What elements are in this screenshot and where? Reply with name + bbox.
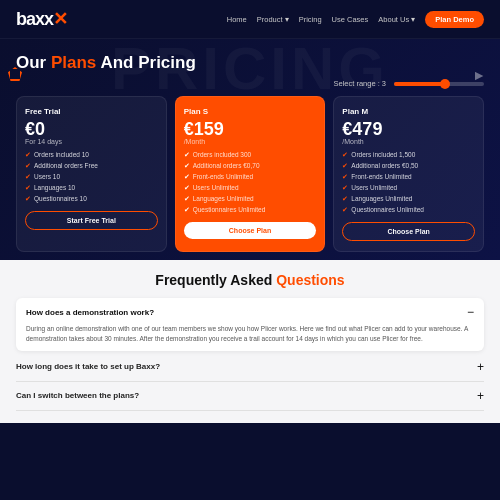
- list-item: ✔Questionnaires 10: [25, 195, 158, 203]
- check-icon: ✔: [184, 173, 190, 181]
- list-item: ✔Users 10: [25, 173, 158, 181]
- check-icon: ✔: [25, 162, 31, 170]
- nav-home[interactable]: Home: [227, 15, 247, 24]
- check-icon: ✔: [184, 184, 190, 192]
- logo: baxx✕: [16, 8, 67, 30]
- faq-question-3: Can I switch between the plans?: [16, 391, 139, 400]
- card-m-price: €479: [342, 120, 475, 138]
- list-item: ✔Users Unlimited: [184, 184, 317, 192]
- list-item: ✔Questionnaires Unlimited: [184, 206, 317, 214]
- card-s-price: €159: [184, 120, 317, 138]
- list-item: ✔Additional orders €0,50: [342, 162, 475, 170]
- page-title: Our Plans And Pricing: [16, 49, 484, 73]
- faq-answer-1: During an online demonstration with one …: [26, 324, 474, 344]
- nav-product[interactable]: Product ▾: [257, 15, 289, 24]
- card-plan-s: Plan S €159 /Month ✔Orders included 300 …: [175, 96, 326, 252]
- faq-toggle-1[interactable]: −: [467, 305, 474, 319]
- faq-toggle-2[interactable]: +: [477, 360, 484, 374]
- list-item: ✔Front-ends Unlimited: [342, 173, 475, 181]
- faq-item-2: How long does it take to set up Baxx? +: [16, 353, 484, 382]
- faq-question-1: How does a demonstration work?: [26, 308, 154, 317]
- card-free-trial: Free Trial €0 For 14 days ✔Orders includ…: [16, 96, 167, 252]
- logo-accent: ✕: [53, 9, 67, 29]
- plan-m-button[interactable]: Choose Plan: [342, 222, 475, 241]
- range-slider[interactable]: [394, 82, 484, 86]
- card-free-title: Free Trial: [25, 107, 158, 116]
- range-label: Select range : 3: [333, 79, 386, 88]
- check-icon: ✔: [342, 151, 348, 159]
- check-icon: ✔: [342, 173, 348, 181]
- check-icon: ✔: [184, 162, 190, 170]
- nav-use-cases[interactable]: Use Cases: [332, 15, 369, 24]
- list-item: ✔Orders included 1,500: [342, 151, 475, 159]
- faq-toggle-3[interactable]: +: [477, 389, 484, 403]
- check-icon: ✔: [342, 206, 348, 214]
- card-free-period: For 14 days: [25, 138, 158, 145]
- title-our: Our: [16, 53, 51, 72]
- check-icon: ✔: [184, 195, 190, 203]
- card-free-features: ✔Orders included 10 ✔Additional orders F…: [25, 151, 158, 203]
- nav-about[interactable]: About Us ▾: [378, 15, 415, 24]
- card-free-price: €0: [25, 120, 158, 138]
- nav-links: Home Product ▾ Pricing Use Cases About U…: [227, 11, 484, 28]
- card-m-features: ✔Orders included 1,500 ✔Additional order…: [342, 151, 475, 214]
- title-plans: Plans: [51, 53, 96, 72]
- check-icon: ✔: [342, 184, 348, 192]
- card-s-period: /Month: [184, 138, 317, 145]
- faq-question-row-3: Can I switch between the plans? +: [16, 389, 484, 403]
- list-item: ✔Orders included 10: [25, 151, 158, 159]
- card-m-title: Plan M: [342, 107, 475, 116]
- faq-title-part1: Frequently Asked: [155, 272, 276, 288]
- faq-item-1: How does a demonstration work? − During …: [16, 298, 484, 351]
- list-item: ✔Front-ends Unlimited: [184, 173, 317, 181]
- navbar: baxx✕ Home Product ▾ Pricing Use Cases A…: [0, 0, 500, 39]
- list-item: ✔Languages 10: [25, 184, 158, 192]
- check-icon: ✔: [184, 151, 190, 159]
- plan-s-button[interactable]: Choose Plan: [184, 222, 317, 239]
- faq-section: Frequently Asked Questions How does a de…: [0, 260, 500, 423]
- faq-title: Frequently Asked Questions: [16, 272, 484, 288]
- faq-question-row-2: How long does it take to set up Baxx? +: [16, 360, 484, 374]
- nav-pricing[interactable]: Pricing: [299, 15, 322, 24]
- check-icon: ✔: [25, 184, 31, 192]
- pricing-cards: Free Trial €0 For 14 days ✔Orders includ…: [16, 96, 484, 252]
- faq-question-2: How long does it take to set up Baxx?: [16, 362, 160, 371]
- faq-question-row-1: How does a demonstration work? −: [26, 305, 474, 319]
- card-m-period: /Month: [342, 138, 475, 145]
- plan-demo-button[interactable]: Plan Demo: [425, 11, 484, 28]
- range-fill: [394, 82, 444, 86]
- faq-item-3: Can I switch between the plans? +: [16, 382, 484, 411]
- check-icon: ✔: [25, 173, 31, 181]
- check-icon: ✔: [25, 151, 31, 159]
- pricing-section: PRICING ► Our Plans And Pricing Select r…: [0, 39, 500, 260]
- free-trial-button[interactable]: Start Free Trial: [25, 211, 158, 230]
- check-icon: ✔: [25, 195, 31, 203]
- card-plan-m: Plan M €479 /Month ✔Orders included 1,50…: [333, 96, 484, 252]
- faq-title-accent: Questions: [276, 272, 344, 288]
- card-s-title: Plan S: [184, 107, 317, 116]
- list-item: ✔Questionnaires Unlimited: [342, 206, 475, 214]
- check-icon: ✔: [184, 206, 190, 214]
- list-item: ✔Additional orders €0,70: [184, 162, 317, 170]
- range-thumb: [440, 79, 450, 89]
- card-s-features: ✔Orders included 300 ✔Additional orders …: [184, 151, 317, 214]
- list-item: ✔Orders included 300: [184, 151, 317, 159]
- title-and-pricing: And Pricing: [96, 53, 196, 72]
- list-item: ✔Languages Unlimited: [184, 195, 317, 203]
- check-icon: ✔: [342, 162, 348, 170]
- list-item: ✔Languages Unlimited: [342, 195, 475, 203]
- list-item: ✔Users Unlimited: [342, 184, 475, 192]
- check-icon: ✔: [342, 195, 348, 203]
- list-item: ✔Additional orders Free: [25, 162, 158, 170]
- range-section: Select range : 3: [16, 79, 484, 88]
